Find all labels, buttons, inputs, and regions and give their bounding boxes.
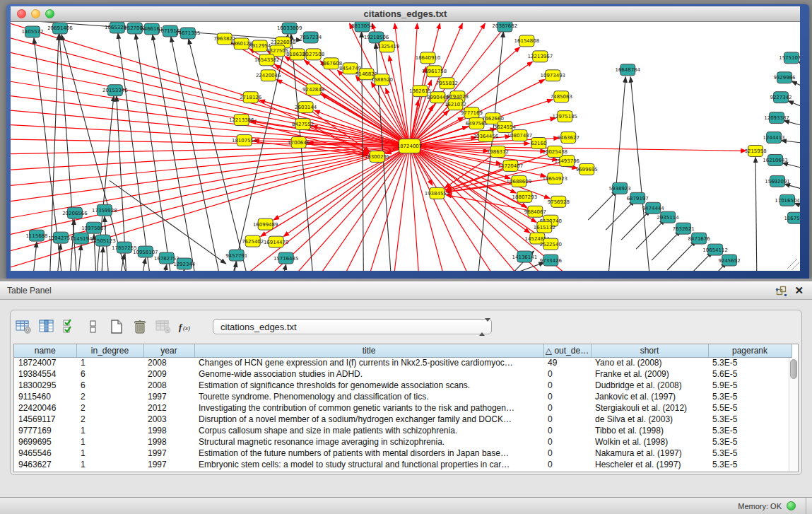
table-cell[interactable]: Tourette syndrome. Phenomenology and cla… bbox=[194, 391, 543, 402]
table-cell[interactable]: Investigating the contribution of common… bbox=[194, 402, 543, 414]
table-cell[interactable]: Estimation of the future numbers of pati… bbox=[194, 448, 543, 459]
table-cell[interactable]: Tibbo et al. (1998) bbox=[591, 425, 708, 436]
table-cell[interactable]: 5.6E-5 bbox=[708, 368, 792, 380]
table-cell[interactable]: Structural magnetic resonance image aver… bbox=[194, 436, 543, 448]
network-window-titlebar[interactable]: citations_edges.txt bbox=[11, 6, 800, 22]
table-cell[interactable]: Nakamura et al. (1997) bbox=[591, 448, 708, 459]
table-cell[interactable]: 9777169 bbox=[14, 425, 76, 436]
table-cell[interactable]: Dudbridge et al. (2008) bbox=[591, 380, 708, 391]
column-header-year[interactable]: year bbox=[143, 344, 194, 357]
table-cell[interactable]: Changes of HCN gene expression and I(f) … bbox=[194, 357, 543, 368]
table-cell[interactable]: 0 bbox=[543, 368, 591, 380]
table-cell[interactable]: Estimation of significance thresholds fo… bbox=[194, 380, 543, 391]
show-columns-icon[interactable] bbox=[37, 317, 57, 336]
table-row[interactable]: 2242004622012Investigating the contribut… bbox=[14, 402, 792, 414]
table-cell[interactable]: Disruption of a novel member of a sodium… bbox=[194, 414, 543, 425]
table-cell[interactable]: 0 bbox=[543, 425, 591, 436]
table-cell[interactable]: 2008 bbox=[143, 380, 194, 391]
table-cell[interactable]: 0 bbox=[543, 414, 591, 425]
table-row[interactable]: 977716911998Corpus callosum shape and si… bbox=[14, 425, 792, 436]
table-row[interactable]: 946362711997Embryonic stem cells: a mode… bbox=[14, 459, 792, 470]
table-cell[interactable]: 1997 bbox=[143, 459, 194, 470]
table-cell[interactable]: 9463627 bbox=[14, 459, 76, 470]
table-cell[interactable]: 5.3E-5 bbox=[708, 425, 792, 436]
table-cell[interactable]: Hescheler et al. (1997) bbox=[591, 459, 708, 470]
table-cell[interactable]: de Silva et al. (2003) bbox=[591, 414, 708, 425]
table-cell[interactable]: 2009 bbox=[143, 368, 194, 380]
column-header-name[interactable]: name bbox=[14, 344, 76, 357]
network-view-canvas[interactable]: 1405572206914061065328715270026466161107… bbox=[11, 22, 800, 271]
table-settings-icon[interactable] bbox=[13, 317, 33, 336]
zoom-traffic-light[interactable] bbox=[45, 9, 54, 18]
table-cell[interactable]: 18724007 bbox=[14, 357, 76, 368]
table-cell[interactable]: 0 bbox=[543, 459, 591, 470]
table-cell[interactable]: 2 bbox=[76, 391, 143, 402]
import-table-icon[interactable] bbox=[153, 317, 173, 336]
table-cell[interactable]: 5.3E-5 bbox=[708, 414, 792, 425]
table-cell[interactable]: 2 bbox=[76, 402, 143, 414]
table-cell[interactable]: Wolkin et al. (1998) bbox=[591, 436, 708, 448]
column-header-in_degree[interactable]: in_degree bbox=[76, 344, 143, 357]
table-cell[interactable]: 9465546 bbox=[14, 448, 76, 459]
table-cell[interactable]: Stergiakouli et al. (2012) bbox=[591, 402, 708, 414]
table-cell[interactable]: 1998 bbox=[143, 425, 194, 436]
column-header-short[interactable]: short bbox=[591, 344, 708, 357]
table-row[interactable]: 1456911722003Disruption of a novel membe… bbox=[14, 414, 792, 425]
table-cell[interactable]: 1 bbox=[76, 448, 143, 459]
table-cell[interactable]: 2008 bbox=[143, 357, 194, 368]
table-cell[interactable]: 22420046 bbox=[14, 402, 76, 414]
table-row[interactable]: 1872400712008Changes of HCN gene express… bbox=[14, 357, 792, 368]
table-cell[interactable]: 9699695 bbox=[14, 436, 76, 448]
table-cell[interactable]: 1 bbox=[76, 436, 143, 448]
close-panel-icon[interactable]: ✕ bbox=[794, 286, 804, 296]
function-builder-icon[interactable]: f(x) bbox=[177, 317, 196, 336]
table-cell[interactable]: 6 bbox=[76, 368, 143, 380]
table-cell[interactable]: 19384554 bbox=[14, 368, 76, 380]
table-cell[interactable]: 0 bbox=[543, 402, 591, 414]
table-cell[interactable]: 5.3E-5 bbox=[708, 459, 792, 470]
table-cell[interactable]: 18300295 bbox=[14, 380, 76, 391]
table-cell[interactable]: Yano et al. (2008) bbox=[591, 357, 708, 368]
table-cell[interactable]: 0 bbox=[543, 391, 591, 402]
new-column-icon[interactable] bbox=[107, 317, 126, 336]
table-cell[interactable]: 5.3E-5 bbox=[708, 436, 792, 448]
table-cell[interactable]: 6 bbox=[76, 380, 143, 391]
table-cell[interactable]: 14569117 bbox=[14, 414, 76, 425]
table-cell[interactable]: 5.3E-5 bbox=[708, 357, 792, 368]
table-cell[interactable]: 5.3E-5 bbox=[708, 448, 792, 459]
table-cell[interactable]: 0 bbox=[543, 380, 591, 391]
table-cell[interactable]: 0 bbox=[543, 436, 591, 448]
table-row[interactable]: 946554611997Estimation of the future num… bbox=[14, 448, 792, 459]
float-panel-icon[interactable] bbox=[775, 285, 787, 296]
close-traffic-light[interactable] bbox=[17, 9, 26, 18]
table-cell[interactable]: 1998 bbox=[143, 436, 194, 448]
table-cell[interactable]: 2012 bbox=[143, 402, 194, 414]
citation-network-graph[interactable]: 1405572206914061065328715270026466161107… bbox=[11, 22, 800, 271]
table-cell[interactable]: Jankovic et al. (1997) bbox=[591, 391, 708, 402]
row-view-icon[interactable] bbox=[83, 317, 103, 336]
table-cell[interactable]: 5.3E-5 bbox=[708, 391, 792, 402]
table-cell[interactable]: 1 bbox=[76, 425, 143, 436]
table-cell[interactable]: Franke et al. (2009) bbox=[591, 368, 708, 380]
select-columns-check-icon[interactable] bbox=[60, 317, 80, 336]
table-vertical-scrollbar[interactable] bbox=[789, 358, 798, 472]
table-cell[interactable]: 2003 bbox=[143, 414, 194, 425]
table-cell[interactable]: Embryonic stem cells: a model to study s… bbox=[194, 459, 543, 470]
table-cell[interactable]: 9115460 bbox=[14, 391, 76, 402]
table-cell[interactable]: 2 bbox=[76, 414, 143, 425]
resize-grip-icon[interactable] bbox=[787, 259, 799, 270]
table-row[interactable]: 1830029562008Estimation of significance … bbox=[14, 380, 792, 391]
table-row[interactable]: 911546021997Tourette syndrome. Phenomeno… bbox=[14, 391, 792, 402]
table-cell[interactable]: 0 bbox=[543, 448, 591, 459]
table-select-dropdown[interactable]: citations_edges.txt bbox=[213, 319, 492, 334]
table-cell[interactable]: 1997 bbox=[143, 448, 194, 459]
column-header-pagerank[interactable]: pagerank bbox=[708, 344, 792, 357]
column-header-out_de[interactable]: △ out_de… bbox=[543, 344, 591, 357]
delete-column-icon[interactable] bbox=[130, 317, 150, 336]
table-cell[interactable]: 5.9E-5 bbox=[708, 380, 792, 391]
table-cell[interactable]: Corpus callosum shape and size in male p… bbox=[194, 425, 543, 436]
table-row[interactable]: 1938455462009Genome-wide association stu… bbox=[14, 368, 792, 380]
minimize-traffic-light[interactable] bbox=[31, 9, 40, 18]
table-cell[interactable]: Genome-wide association studies in ADHD. bbox=[194, 368, 543, 380]
column-header-title[interactable]: title bbox=[194, 344, 543, 357]
